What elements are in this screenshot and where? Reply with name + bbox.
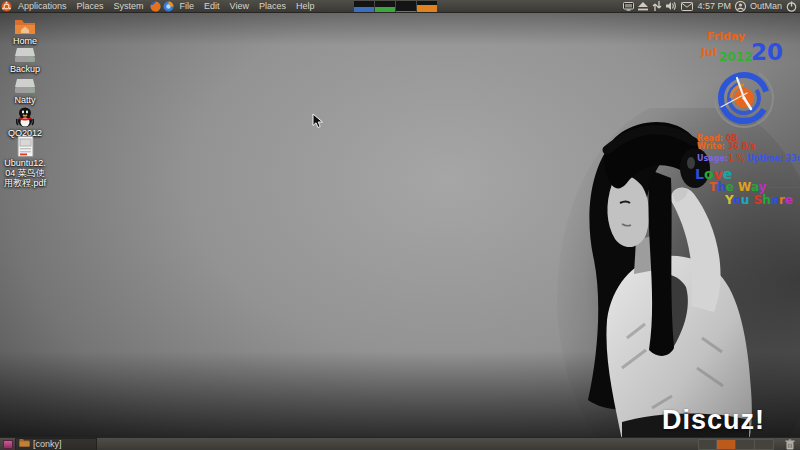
power-indicator-icon[interactable]	[786, 1, 797, 12]
distributor-logo-icon[interactable]	[1, 1, 12, 12]
drive-icon	[2, 47, 48, 63]
workspace-switcher[interactable]	[698, 439, 774, 450]
conky-date: Jul 2012 20	[693, 43, 797, 65]
workspace-4[interactable]	[755, 439, 774, 450]
discuz-watermark: Discuz!	[662, 405, 765, 436]
conky-day: 20	[751, 39, 783, 65]
conky-widget: Friday Jul 2012 20 Read: 0B Write: 36 B/…	[693, 30, 797, 207]
conky-year: 2012	[719, 50, 752, 64]
drive-icon	[2, 78, 48, 94]
menu-places[interactable]: Places	[72, 0, 109, 13]
trash-applet-button[interactable]	[784, 439, 796, 450]
pdf-document-icon	[2, 136, 48, 157]
memory-graph	[375, 1, 395, 12]
user-indicator-icon[interactable]	[735, 1, 746, 12]
desktop-icon-natty[interactable]: Natty	[2, 78, 48, 105]
rainbow-text-line: You Share	[725, 194, 797, 207]
underline-rule	[768, 187, 800, 188]
conky-rainbow-message: LoveThe WayYou Share	[693, 168, 797, 207]
workspace-1[interactable]	[698, 439, 717, 450]
conky-usage-uptime: Usage:1 % Uptime: 33m 3s	[697, 155, 797, 163]
folder-window-icon	[19, 438, 30, 450]
volume-indicator-icon[interactable]	[666, 1, 677, 11]
show-desktop-button[interactable]	[3, 440, 13, 449]
desktop-icon-ubuntu-pdf[interactable]: Ubuntu12.04 菜鸟使用教程.pdf	[2, 136, 48, 188]
menu-system[interactable]: System	[109, 0, 149, 13]
panel-menubar: Applications Places System File Edit Vie…	[0, 0, 319, 13]
cpu-graph	[354, 1, 374, 12]
menu-file[interactable]: File	[175, 0, 200, 13]
desktop: Applications Places System File Edit Vie…	[0, 0, 800, 450]
firefox-launcher-icon[interactable]	[150, 1, 161, 12]
eject-indicator-icon[interactable]	[638, 2, 648, 11]
top-panel: Applications Places System File Edit Vie…	[0, 0, 800, 13]
conky-month: Jul	[701, 46, 717, 59]
menu-applications[interactable]: Applications	[13, 0, 72, 13]
conky-disk-write: Write: 36 B/s	[697, 143, 797, 151]
load-graph	[417, 1, 437, 12]
menu-edit[interactable]: Edit	[199, 0, 225, 13]
desktop-icon-label: Backup	[2, 64, 48, 74]
desktop-icon-label: Home	[2, 36, 48, 46]
desktop-icon-home[interactable]: Home	[2, 17, 48, 46]
desktop-icon-qq2012[interactable]: QQ2012	[2, 107, 48, 138]
network-graph	[396, 1, 416, 12]
desktop-icon-label: Ubuntu12.04 菜鸟使用教程.pdf	[2, 158, 48, 188]
menu-help[interactable]: Help	[291, 0, 320, 13]
workspace-3[interactable]	[736, 439, 755, 450]
panel-indicators: 4:57 PM OutMan	[623, 0, 800, 13]
menu-places-app[interactable]: Places	[254, 0, 291, 13]
display-indicator-icon[interactable]	[623, 2, 634, 11]
browser-launcher-icon[interactable]	[163, 1, 174, 12]
desktop-icon-backup[interactable]: Backup	[2, 47, 48, 74]
network-indicator-icon[interactable]	[652, 1, 662, 11]
workspace-2[interactable]	[717, 439, 736, 450]
messaging-indicator-icon[interactable]	[681, 2, 693, 11]
home-folder-icon	[2, 17, 48, 35]
wallpaper	[0, 0, 800, 450]
bottom-panel: [conky]	[0, 437, 800, 450]
system-monitor-applet[interactable]	[354, 1, 437, 12]
session-user-name[interactable]: OutMan	[750, 0, 782, 13]
panel-clock[interactable]: 4:57 PM	[697, 0, 731, 13]
mouse-cursor	[312, 113, 324, 129]
window-list-label: [conky]	[33, 438, 62, 450]
menu-view[interactable]: View	[225, 0, 254, 13]
qq-penguin-icon	[2, 107, 48, 127]
conky-analog-clock	[711, 65, 777, 131]
window-list-item-conky[interactable]: [conky]	[15, 438, 97, 450]
desktop-icon-label: Natty	[2, 95, 48, 105]
